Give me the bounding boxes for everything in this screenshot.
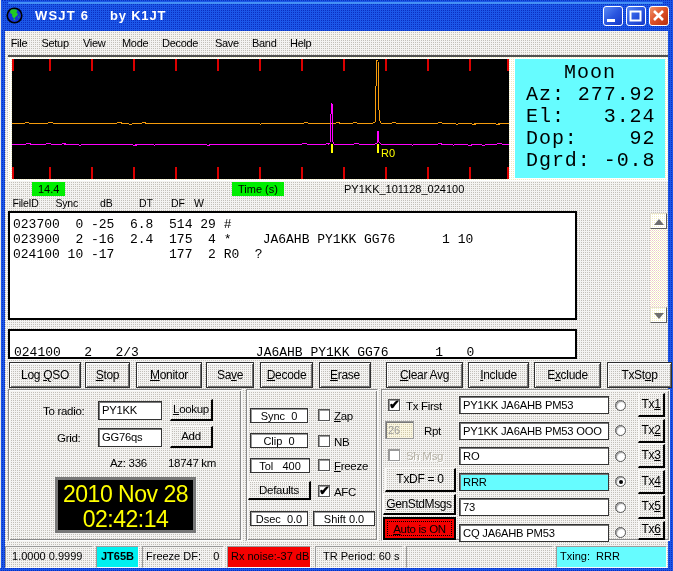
svg-text:R0: R0	[381, 147, 395, 159]
